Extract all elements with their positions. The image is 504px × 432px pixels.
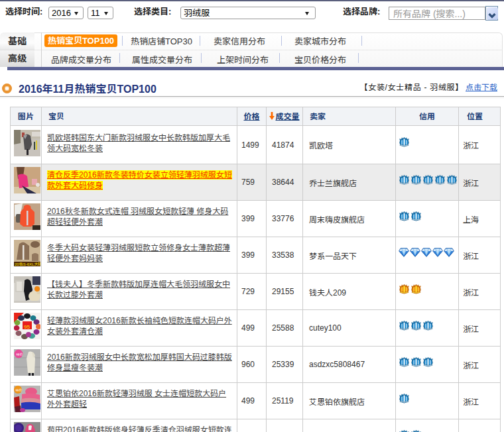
svg-text:95: 95: [24, 324, 30, 330]
svg-text:特价: 特价: [17, 352, 23, 356]
svg-text:20色S-6XL大码: 20色S-6XL大码: [15, 262, 40, 266]
svg-text:特价: 特价: [16, 388, 23, 392]
